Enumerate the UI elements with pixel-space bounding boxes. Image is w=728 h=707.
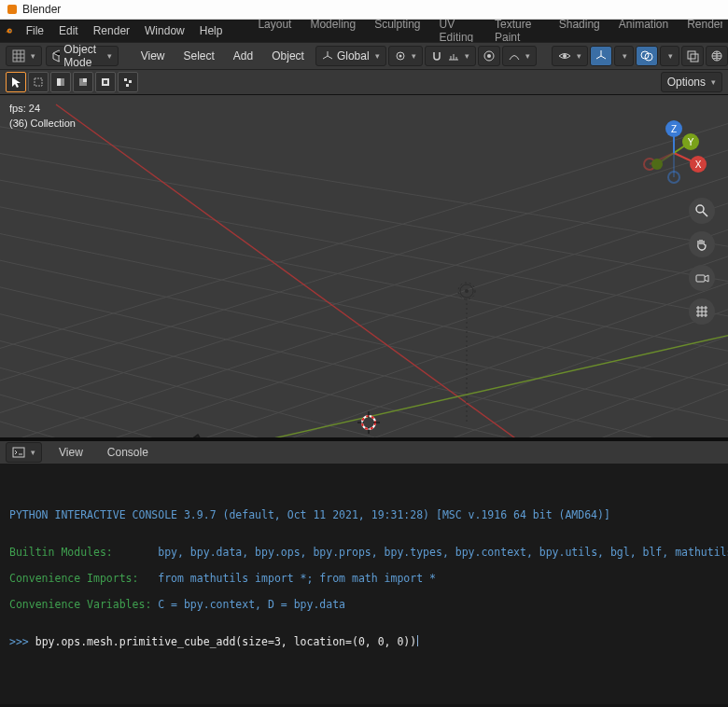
window-title: Blender xyxy=(22,3,61,16)
transform-orientation-dropdown[interactable]: Global ▾ xyxy=(315,46,386,66)
svg-rect-23 xyxy=(126,84,129,87)
menu-help[interactable]: Help xyxy=(192,24,231,37)
select-mode-5[interactable] xyxy=(118,72,138,92)
svg-rect-10 xyxy=(688,51,695,59)
proportional-icon xyxy=(483,49,496,62)
console-input-line[interactable]: >>> bpy.ops.mesh.primitive_cube_add(size… xyxy=(9,635,719,648)
hand-icon xyxy=(694,237,709,252)
chevron-down-icon: ▾ xyxy=(375,51,380,61)
select-tool[interactable] xyxy=(6,72,26,92)
proportional-editing-toggle[interactable] xyxy=(478,46,500,66)
menu-view[interactable]: View xyxy=(133,49,173,62)
chevron-down-icon: ▾ xyxy=(107,51,112,61)
chevron-down-icon: ▾ xyxy=(412,51,416,61)
svg-rect-2 xyxy=(13,50,24,62)
viewport-3d[interactable]: fps: 24 (36) Collection X Y Z xyxy=(0,95,728,437)
menu-object[interactable]: Object xyxy=(264,49,312,62)
console-menu-console[interactable]: Console xyxy=(100,446,156,459)
console-menu-view[interactable]: View xyxy=(51,446,91,459)
select-mode-4[interactable] xyxy=(95,72,116,92)
console-label: Convenience Variables: xyxy=(9,598,151,611)
magnet-icon xyxy=(431,50,442,62)
menu-render[interactable]: Render xyxy=(86,24,137,37)
svg-rect-75 xyxy=(13,448,24,457)
mode-dropdown[interactable]: Object Mode ▾ xyxy=(46,46,119,66)
svg-rect-22 xyxy=(129,80,132,83)
svg-point-7 xyxy=(563,54,567,58)
svg-text:Z: Z xyxy=(671,124,677,134)
svg-point-72 xyxy=(696,205,704,213)
tool-settings-bar: Options ▾ xyxy=(0,70,728,95)
xray-toggle[interactable] xyxy=(681,46,704,66)
shading-wireframe[interactable] xyxy=(706,46,728,66)
tab-layout[interactable]: Layout xyxy=(248,18,301,44)
blender-logo-small xyxy=(7,5,17,14)
select-mode-1[interactable] xyxy=(28,72,49,92)
console-label: Convenience Imports: xyxy=(9,572,151,585)
camera-view-button[interactable] xyxy=(689,265,715,291)
visibility-dropdown[interactable]: ▾ xyxy=(552,46,588,66)
snap-dropdown[interactable]: ▾ xyxy=(425,46,476,66)
chevron-down-icon: ▾ xyxy=(525,51,530,61)
workspace-tabs: Layout Modeling Sculpting UV Editing Tex… xyxy=(248,18,722,44)
light-object[interactable] xyxy=(455,282,478,431)
gizmo-dropdown[interactable]: ▾ xyxy=(614,46,634,66)
viewport-header: ▾ Object Mode ▾ View Select Add Object G… xyxy=(0,42,728,70)
text-caret xyxy=(417,635,418,646)
menu-edit[interactable]: Edit xyxy=(51,24,86,37)
tab-texture-paint[interactable]: Texture Paint xyxy=(485,18,550,44)
tab-animation[interactable]: Animation xyxy=(609,18,678,44)
menu-select[interactable]: Select xyxy=(175,49,221,62)
editor-type-dropdown[interactable]: ▾ xyxy=(6,46,42,66)
cursor-3d xyxy=(357,411,380,434)
console-command: bpy.ops.mesh.primitive_cube_add(size=3, … xyxy=(35,635,417,648)
perspective-button[interactable] xyxy=(689,298,715,325)
axes-icon xyxy=(322,50,333,62)
pivot-dropdown[interactable]: ▾ xyxy=(388,46,423,66)
tab-shading[interactable]: Shading xyxy=(550,18,609,44)
zoom-button[interactable] xyxy=(689,198,715,224)
menu-file[interactable]: File xyxy=(19,24,51,37)
console-editor-type-dropdown[interactable]: ▾ xyxy=(6,442,42,463)
menu-add[interactable]: Add xyxy=(226,49,260,62)
camera-object[interactable] xyxy=(131,433,243,437)
zoom-icon xyxy=(694,203,709,218)
select-mode-2[interactable] xyxy=(50,72,71,92)
viewport-nav-buttons xyxy=(689,198,715,325)
overlay-icon xyxy=(640,49,653,62)
svg-text:Y: Y xyxy=(688,137,694,147)
select-half-icon xyxy=(55,76,66,88)
wireframe-icon xyxy=(710,49,723,62)
mode-label: Object Mode xyxy=(63,43,101,69)
select-mode-3[interactable] xyxy=(73,72,93,92)
svg-line-32 xyxy=(0,144,728,291)
svg-line-73 xyxy=(703,212,707,216)
options-dropdown[interactable]: Options ▾ xyxy=(661,72,722,92)
cube-icon xyxy=(52,49,60,62)
pan-button[interactable] xyxy=(689,231,715,257)
console-label: Builtin Modules: xyxy=(9,546,151,559)
tab-modeling[interactable]: Modeling xyxy=(301,18,365,44)
tab-uv-editing[interactable]: UV Editing xyxy=(430,18,485,44)
svg-line-39 xyxy=(0,185,728,437)
tab-sculpting[interactable]: Sculpting xyxy=(365,18,429,44)
gizmo-toggle[interactable] xyxy=(590,46,612,66)
tab-rendering[interactable]: Render xyxy=(678,18,722,44)
chevron-down-icon: ▾ xyxy=(31,51,35,61)
chevron-down-icon: ▾ xyxy=(711,77,716,87)
overlay-dropdown[interactable]: ▾ xyxy=(660,46,679,66)
options-label: Options xyxy=(667,76,706,89)
svg-rect-16 xyxy=(57,78,61,86)
svg-rect-74 xyxy=(696,275,705,282)
proportional-falloff-dropdown[interactable]: ▾ xyxy=(502,46,537,66)
console-header: ▾ View Console xyxy=(0,441,728,464)
menu-window[interactable]: Window xyxy=(137,24,192,37)
svg-point-4 xyxy=(399,55,401,58)
svg-line-42 xyxy=(0,106,728,366)
nav-gizmo[interactable]: X Y Z xyxy=(637,116,711,190)
select-box-icon xyxy=(33,76,44,88)
svg-point-6 xyxy=(487,54,491,58)
python-console[interactable]: PYTHON INTERACTIVE CONSOLE 3.9.7 (defaul… xyxy=(0,464,728,704)
overlay-toggle[interactable] xyxy=(636,46,658,66)
svg-line-33 xyxy=(0,118,728,256)
